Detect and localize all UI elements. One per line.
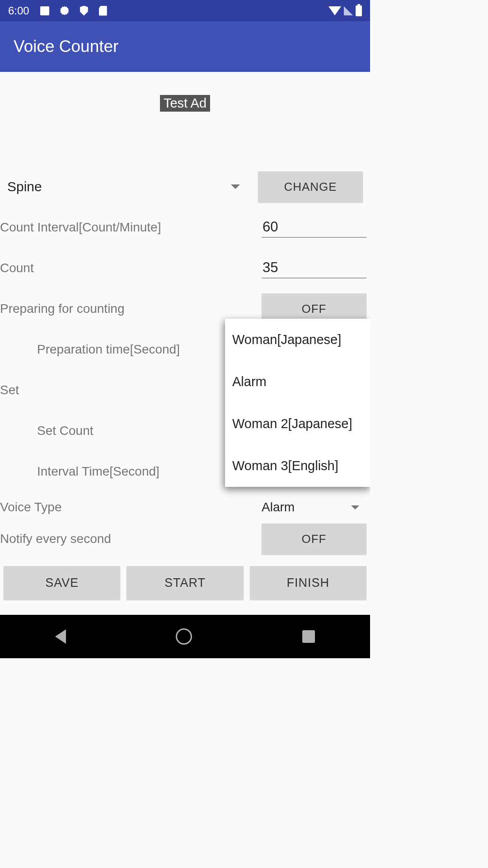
nav-home-button[interactable] xyxy=(176,628,192,645)
battery-icon xyxy=(356,5,362,16)
finish-button[interactable]: FINISH xyxy=(250,566,366,599)
status-icons-right xyxy=(328,5,362,16)
voice-type-row: Voice Type Alarm xyxy=(0,492,370,523)
wifi-icon xyxy=(328,6,341,15)
count-interval-label: Count Interval[Count/Minute] xyxy=(0,220,262,235)
nav-back-button[interactable] xyxy=(55,629,66,644)
app-title: Voice Counter xyxy=(14,37,118,56)
voice-type-dropdown[interactable]: Alarm xyxy=(262,500,366,514)
count-interval-input[interactable] xyxy=(262,217,366,238)
lang-icon xyxy=(40,6,49,15)
count-input[interactable] xyxy=(262,258,366,278)
count-interval-row: Count Interval[Count/Minute] xyxy=(0,207,370,248)
app-bar: Voice Counter xyxy=(0,21,370,72)
notify-toggle-button[interactable]: OFF xyxy=(262,524,366,554)
shield-icon xyxy=(80,6,88,16)
notify-row: Notify every second OFF xyxy=(0,523,370,555)
ad-label[interactable]: Test Ad xyxy=(160,94,211,112)
nav-bar xyxy=(0,615,370,658)
sd-card-icon xyxy=(99,6,107,16)
preset-row: Spine CHANGE xyxy=(0,166,370,207)
status-left: 6:00 xyxy=(8,5,107,17)
voice-type-value: Alarm xyxy=(262,500,295,514)
chevron-down-icon xyxy=(351,505,359,509)
save-button[interactable]: SAVE xyxy=(4,566,120,599)
preset-value: Spine xyxy=(7,179,42,194)
notify-label: Notify every second xyxy=(0,532,262,546)
bottom-buttons: SAVE START FINISH xyxy=(0,566,370,599)
signal-icon xyxy=(344,6,353,15)
voice-type-popup: Woman[Japanese] Alarm Woman 2[Japanese] … xyxy=(225,319,370,487)
ad-row: Test Ad xyxy=(0,72,370,166)
start-button[interactable]: START xyxy=(127,566,243,599)
status-bar: 6:00 xyxy=(0,0,370,21)
popup-item-woman-3-en[interactable]: Woman 3[English] xyxy=(225,445,370,487)
nav-recent-button[interactable] xyxy=(302,630,315,643)
popup-item-woman-2-jp[interactable]: Woman 2[Japanese] xyxy=(225,403,370,445)
preparing-label: Preparing for counting xyxy=(0,302,262,316)
popup-item-woman-jp[interactable]: Woman[Japanese] xyxy=(225,319,370,361)
status-time: 6:00 xyxy=(8,5,29,17)
popup-item-alarm[interactable]: Alarm xyxy=(225,361,370,403)
chevron-down-icon xyxy=(231,184,240,189)
count-label: Count xyxy=(0,261,262,275)
status-icons-left xyxy=(40,6,107,16)
preset-dropdown[interactable]: Spine xyxy=(7,171,258,202)
change-button[interactable]: CHANGE xyxy=(258,171,363,202)
gear-icon xyxy=(60,6,69,15)
voice-type-label: Voice Type xyxy=(0,500,262,514)
count-row: Count xyxy=(0,248,370,288)
